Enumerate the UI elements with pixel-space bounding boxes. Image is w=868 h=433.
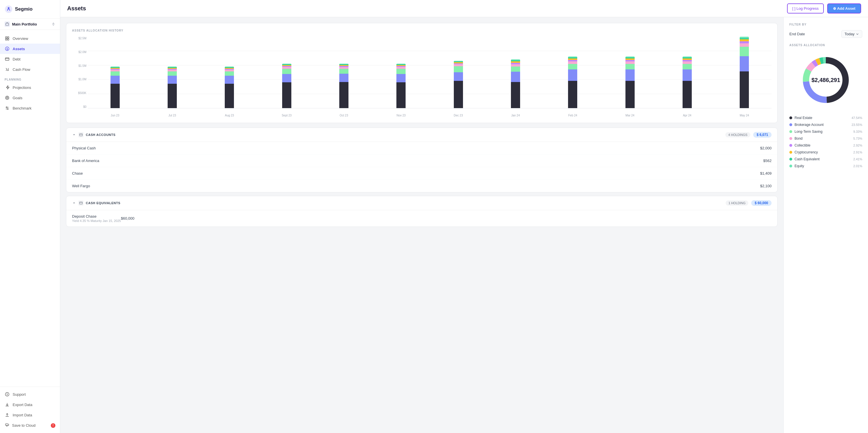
filter-by-label: FILTER BY — [789, 23, 862, 26]
sidebar-item-overview[interactable]: Overview — [0, 33, 60, 43]
grid-icon — [5, 36, 10, 41]
cash-equiv-header: CASH EQUIVALENTS 1 HOLDING $ 60,000 — [66, 196, 777, 210]
svg-rect-4 — [7, 37, 9, 38]
legend-name: Bond — [795, 136, 851, 140]
logo-icon — [5, 5, 12, 13]
sidebar-item-support[interactable]: Support — [0, 389, 60, 399]
sidebar-item-save[interactable]: Save to Cloud ! — [0, 420, 60, 431]
boa-value: $562 — [763, 159, 772, 163]
chart-bars — [88, 37, 772, 108]
x-label: Sept 23 — [259, 114, 314, 117]
y-label-1-5m: $1.5M — [72, 64, 86, 67]
y-axis-labels: $2.5M $2.0M $1.5M $1.0M $500K $0 — [72, 37, 86, 108]
cash-accounts-value-badge: $ 6,071 — [753, 132, 772, 138]
legend-name: Collectible — [795, 143, 851, 147]
legend-dot — [789, 137, 792, 140]
main-area: Assets [ ] Log Progress ⊕ Add Asset ASSE… — [60, 0, 868, 433]
chase-name: Chase — [72, 171, 760, 175]
assets-label: Assets — [12, 47, 25, 51]
portfolio-selector[interactable]: Main Portfolio — [0, 19, 60, 30]
bar-group — [717, 37, 772, 108]
bar-group — [317, 37, 371, 108]
allocation-legend: Real Estate 47.54% Brokerage Account 23.… — [789, 114, 862, 169]
deposit-chase-value: $60,000 — [121, 216, 134, 221]
cash-equivalents-section: CASH EQUIVALENTS 1 HOLDING $ 60,000 Depo… — [66, 196, 778, 227]
legend-pct: 23.55% — [851, 123, 862, 127]
donut-total: $2,486,291 — [811, 77, 840, 84]
bar-group — [88, 37, 142, 108]
deposit-chase-name: Deposit Chase — [72, 214, 121, 219]
legend-item: Cryptocurrency 2.91% — [789, 149, 862, 156]
boa-name: Bank of America — [72, 159, 763, 163]
cash-accounts-header: CASH ACCOUNTS 4 HOLDINGS $ 6,071 — [66, 128, 777, 142]
cash-accounts-holdings-badge: 4 HOLDINGS — [725, 132, 750, 137]
app-logo: Segmio — [0, 0, 60, 19]
cash-equiv-value-badge: $ 60,000 — [751, 200, 772, 206]
bar-group — [145, 37, 199, 108]
end-date-value: Today — [844, 32, 855, 36]
sidebar-item-projections[interactable]: Projections — [0, 82, 60, 93]
page-title: Assets — [67, 5, 86, 12]
legend-name: Long-Term Saving — [795, 130, 851, 134]
x-label: Nov 23 — [374, 114, 428, 117]
legend-item: Brokerage Account 23.55% — [789, 121, 862, 128]
legend-dot — [789, 123, 792, 126]
end-date-picker[interactable]: Today — [841, 30, 862, 38]
x-label: Mar 24 — [603, 114, 657, 117]
donut-container: $2,486,291 — [789, 51, 862, 109]
legend-item: Cash Equivalent 2.41% — [789, 156, 862, 163]
chase-value: $1,409 — [760, 171, 772, 175]
legend-item: Collectible 2.92% — [789, 142, 862, 149]
x-label: Jan 24 — [488, 114, 542, 117]
sidebar-item-assets[interactable]: $ Assets — [0, 43, 60, 54]
donut-segment — [803, 81, 827, 103]
debt-label: Debt — [12, 57, 20, 61]
sidebar-item-benchmark[interactable]: Benchmark — [0, 103, 60, 113]
legend-dot — [789, 144, 792, 147]
sidebar-bottom: Support Export Data Import Data — [0, 387, 60, 433]
log-progress-button[interactable]: [ ] Log Progress — [787, 3, 824, 13]
cash-accounts-section: CASH ACCOUNTS 4 HOLDINGS $ 6,071 Physica… — [66, 128, 778, 192]
cash-accounts-chevron[interactable] — [72, 132, 76, 137]
download-icon — [5, 402, 10, 407]
legend-pct: 2.92% — [854, 144, 862, 147]
legend-pct: 47.54% — [851, 116, 862, 120]
legend-item: Bond 5.73% — [789, 135, 862, 142]
add-asset-button[interactable]: ⊕ Add Asset — [827, 3, 861, 13]
sidebar-item-export[interactable]: Export Data — [0, 399, 60, 410]
legend-dot — [789, 130, 792, 133]
legend-dot — [789, 116, 792, 119]
bar-group — [603, 37, 657, 108]
right-panel: FILTER BY End Date Today ASSETS ALLOCATI… — [783, 17, 868, 433]
holding-well-fargo: Well Fargo $2,100 — [66, 180, 777, 192]
sidebar-nav: Overview $ Assets Debt — [0, 30, 60, 387]
chart-title: ASSETS ALLOCATION HISTORY — [72, 29, 772, 32]
sidebar-item-debt[interactable]: Debt — [0, 54, 60, 64]
legend-name: Real Estate — [795, 116, 849, 120]
legend-dot — [789, 151, 792, 154]
svg-rect-3 — [5, 37, 7, 38]
sidebar-item-cashflow[interactable]: Cash Flow — [0, 64, 60, 74]
allocation-label: ASSETS ALLOCATION — [789, 43, 862, 47]
well-fargo-value: $2,100 — [760, 184, 772, 188]
content-area: ASSETS ALLOCATION HISTORY $2.5M $2.0M — [60, 17, 868, 433]
goals-label: Goals — [12, 96, 22, 100]
svg-text:$: $ — [6, 47, 8, 51]
cashflow-label: Cash Flow — [12, 67, 30, 72]
save-label: Save to Cloud — [12, 423, 36, 428]
svg-rect-9 — [5, 58, 9, 61]
sidebar-item-import[interactable]: Import Data — [0, 410, 60, 420]
cash-equiv-chevron[interactable] — [72, 201, 76, 206]
legend-item: Long-Term Saving 9.33% — [789, 128, 862, 135]
donut-chart: $2,486,291 — [797, 51, 855, 109]
sidebar-item-goals[interactable]: Goals — [0, 93, 60, 103]
holding-deposit-chase: Deposit Chase Yield 4.35 % Maturity Jan … — [66, 210, 777, 227]
x-label: Dec 23 — [431, 114, 485, 117]
x-axis-labels: Jun 23Jul 23Aug 23Sept 23Oct 23Nov 23Dec… — [88, 114, 772, 117]
save-warning-badge: ! — [51, 423, 55, 428]
end-date-label: End Date — [789, 32, 805, 36]
svg-rect-22 — [80, 202, 82, 204]
legend-pct: 5.73% — [854, 137, 862, 140]
planning-section-label: PLANNING — [0, 74, 60, 82]
help-circle-icon — [5, 392, 10, 397]
